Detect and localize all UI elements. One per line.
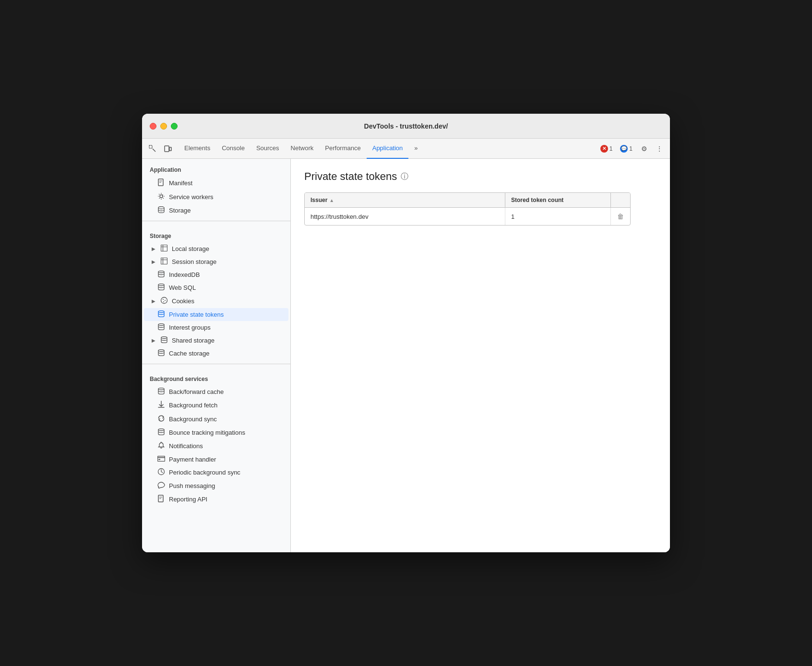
tabs: Elements Console Sources Network Perform…	[179, 139, 594, 159]
sidebar-item-reporting-api[interactable]: Reporting API	[144, 492, 288, 506]
svg-point-5	[158, 207, 164, 209]
tab-more[interactable]: »	[408, 139, 423, 159]
sidebar-item-cache-storage[interactable]: Cache storage	[144, 347, 288, 360]
application-section-title: Application	[142, 159, 290, 176]
settings-button[interactable]: ⚙	[637, 142, 651, 155]
sidebar-item-bounce-tracking[interactable]: Bounce tracking mitigations	[144, 426, 288, 439]
svg-point-13	[163, 301, 164, 302]
svg-point-17	[158, 350, 164, 352]
bounce-tracking-label: Bounce tracking mitigations	[169, 429, 245, 436]
svg-rect-2	[169, 147, 171, 151]
cookies-label: Cookies	[172, 297, 194, 305]
push-messaging-icon	[157, 482, 165, 490]
sidebar-item-push-messaging[interactable]: Push messaging	[144, 479, 288, 492]
notifications-label: Notifications	[169, 442, 203, 450]
service-workers-icon	[157, 192, 165, 202]
cookies-icon	[160, 297, 168, 306]
tab-console[interactable]: Console	[216, 139, 251, 159]
table-header: Issuer ▲ Stored token count	[305, 193, 630, 208]
delete-token-button[interactable]: 🗑	[616, 212, 625, 221]
more-options-button[interactable]: ⋮	[653, 142, 666, 155]
info-count-button[interactable]: 💬 1	[617, 144, 635, 154]
svg-point-4	[160, 195, 163, 198]
reporting-api-label: Reporting API	[169, 496, 207, 503]
sidebar-item-back-forward-cache[interactable]: Back/forward cache	[144, 385, 288, 398]
tab-application[interactable]: Application	[367, 139, 409, 159]
tab-bar-right: ✕ 1 💬 1 ⚙ ⋮	[597, 142, 666, 155]
reporting-api-icon	[157, 495, 165, 504]
issuer-column-header[interactable]: Issuer ▲	[305, 193, 505, 207]
sidebar-item-local-storage[interactable]: ▶ Local storage	[144, 242, 288, 255]
table-row: https://trusttoken.dev 1 🗑	[305, 208, 630, 225]
svg-rect-21	[158, 459, 160, 460]
session-storage-arrow-icon: ▶	[152, 259, 155, 264]
svg-point-18	[158, 388, 164, 390]
close-button[interactable]	[150, 123, 156, 130]
sidebar-item-payment-handler[interactable]: Payment handler	[144, 453, 288, 465]
indexeddb-label: IndexedDB	[169, 271, 200, 278]
delete-cell: 🗑	[611, 208, 630, 225]
periodic-background-sync-label: Periodic background sync	[169, 469, 240, 476]
svg-point-10	[161, 297, 167, 304]
payment-handler-label: Payment handler	[169, 456, 216, 463]
tab-elements[interactable]: Elements	[179, 139, 216, 159]
web-sql-label: Web SQL	[169, 284, 196, 291]
data-table: Issuer ▲ Stored token count https://trus…	[304, 192, 631, 226]
sidebar-item-interest-groups[interactable]: Interest groups	[144, 321, 288, 334]
private-state-tokens-icon	[157, 310, 165, 319]
svg-point-19	[158, 429, 164, 431]
background-sync-icon	[157, 415, 165, 424]
local-storage-label: Local storage	[172, 245, 209, 252]
error-count-button[interactable]: ✕ 1	[597, 144, 616, 154]
action-column-header	[611, 193, 630, 207]
divider-1	[142, 221, 290, 221]
interest-groups-label: Interest groups	[169, 324, 211, 331]
sort-icon: ▲	[329, 198, 334, 203]
tab-sources[interactable]: Sources	[251, 139, 285, 159]
content-area: Private state tokens ⓘ Issuer ▲ Stored t…	[291, 159, 670, 552]
devtools-window: DevTools - trusttoken.dev/ Elements	[142, 114, 670, 552]
minimize-button[interactable]	[160, 123, 167, 130]
manifest-icon	[157, 178, 165, 188]
sidebar-item-storage-app[interactable]: Storage	[144, 204, 288, 217]
sidebar-item-indexeddb[interactable]: IndexedDB	[144, 268, 288, 281]
cookies-arrow-icon: ▶	[152, 298, 155, 304]
notifications-icon	[157, 441, 165, 451]
svg-point-12	[165, 300, 166, 301]
periodic-background-sync-icon	[157, 468, 165, 477]
svg-rect-6	[161, 245, 167, 251]
shared-storage-label: Shared storage	[172, 337, 215, 344]
window-title: DevTools - trusttoken.dev/	[364, 122, 448, 130]
bounce-tracking-icon	[157, 428, 165, 437]
local-storage-icon	[160, 245, 168, 253]
sidebar-item-shared-storage[interactable]: ▶ Shared storage	[144, 334, 288, 347]
session-storage-label: Session storage	[172, 258, 216, 265]
storage-section-title: Storage	[142, 225, 290, 242]
inspect-element-button[interactable]	[146, 142, 159, 155]
sidebar-item-service-workers[interactable]: Service workers	[144, 190, 288, 204]
token-count-cell: 1	[505, 208, 611, 225]
device-toolbar-button[interactable]	[161, 142, 175, 155]
service-workers-label: Service workers	[169, 193, 213, 201]
svg-point-8	[158, 271, 164, 273]
sidebar-item-web-sql[interactable]: Web SQL	[144, 281, 288, 294]
sidebar-item-session-storage[interactable]: ▶ Session storage	[144, 255, 288, 268]
interest-groups-icon	[157, 323, 165, 332]
sidebar-item-background-fetch[interactable]: Background fetch	[144, 398, 288, 412]
svg-point-15	[158, 324, 164, 326]
tab-network[interactable]: Network	[285, 139, 320, 159]
maximize-button[interactable]	[171, 123, 178, 130]
sidebar-item-notifications[interactable]: Notifications	[144, 439, 288, 453]
svg-point-14	[158, 311, 164, 313]
main-content: Application Manifest Service workers Sto…	[142, 159, 670, 552]
sidebar-item-cookies[interactable]: ▶ Cookies	[144, 294, 288, 308]
svg-rect-20	[158, 456, 165, 462]
sidebar-item-periodic-background-sync[interactable]: Periodic background sync	[144, 465, 288, 479]
sidebar-item-private-state-tokens[interactable]: Private state tokens	[144, 308, 288, 321]
info-icon[interactable]: ⓘ	[401, 172, 408, 182]
tab-performance[interactable]: Performance	[319, 139, 366, 159]
svg-point-16	[161, 337, 167, 339]
svg-point-9	[158, 284, 164, 286]
sidebar-item-background-sync[interactable]: Background sync	[144, 412, 288, 426]
sidebar-item-manifest[interactable]: Manifest	[144, 176, 288, 190]
